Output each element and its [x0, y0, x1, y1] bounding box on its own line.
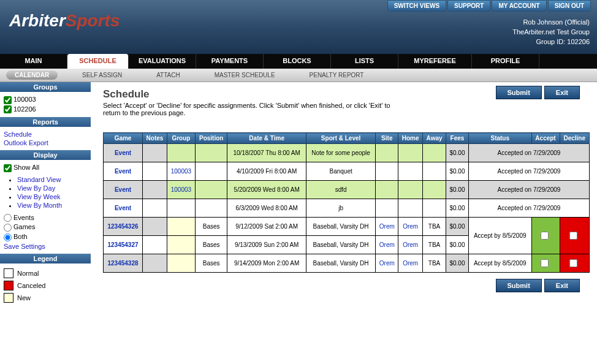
col-datetime[interactable]: Date & Time: [227, 133, 306, 144]
home-cell: [398, 181, 423, 199]
position-cell: [195, 144, 227, 162]
group-link[interactable]: 100003: [171, 186, 191, 193]
nav-myreferee[interactable]: MYREFEREE: [398, 54, 472, 69]
home-link[interactable]: Orem: [403, 241, 418, 248]
group-100003-input[interactable]: [4, 96, 12, 104]
radio-both[interactable]: Both: [4, 233, 87, 241]
away-cell: TBA: [423, 218, 446, 236]
accept-checkbox[interactable]: [541, 259, 549, 267]
view-week-link[interactable]: View By Week: [17, 193, 87, 200]
subnav-selfassign[interactable]: SELF ASSIGN: [65, 72, 139, 78]
subnav-master[interactable]: MASTER SCHEDULE: [197, 72, 292, 78]
accept-cell[interactable]: [531, 218, 560, 254]
col-notes[interactable]: Notes: [143, 133, 167, 144]
site-link[interactable]: Orem: [379, 260, 395, 267]
save-settings-link[interactable]: Save Settings: [4, 243, 87, 250]
logo: ArbiterSports: [9, 11, 120, 31]
decline-cell[interactable]: [560, 218, 589, 254]
col-group[interactable]: Group: [167, 133, 195, 144]
logo-part2: Sports: [66, 11, 120, 30]
subnav-calendar[interactable]: CALENDAR: [6, 70, 58, 80]
nav-main[interactable]: MAIN: [0, 54, 67, 69]
legend-normal: Normal: [4, 268, 87, 278]
report-outlook-link[interactable]: Outlook Export: [4, 139, 87, 146]
group-cell: [167, 144, 195, 162]
away-cell: TBA: [423, 254, 446, 273]
notes-cell: [143, 254, 167, 273]
view-day-link[interactable]: View By Day: [17, 184, 87, 192]
sign-out-link[interactable]: SIGN OUT: [548, 0, 591, 12]
game-link[interactable]: 123454326: [108, 223, 139, 230]
legend-canceled: Canceled: [4, 281, 87, 290]
group-checkbox-100003[interactable]: 100003: [4, 96, 87, 104]
position-cell: Bases: [195, 254, 227, 273]
group-cell: 100003: [167, 162, 195, 181]
show-all-input[interactable]: [4, 164, 12, 172]
status-cell: Accept by 8/5/2009: [468, 218, 531, 254]
decline-cell[interactable]: [560, 254, 589, 273]
submit-button-top[interactable]: Submit: [496, 86, 542, 99]
game-link[interactable]: Event: [115, 168, 131, 175]
radio-games[interactable]: Games: [4, 223, 87, 232]
show-all-checkbox[interactable]: Show All: [4, 164, 87, 172]
game-link[interactable]: Event: [115, 205, 131, 211]
col-home[interactable]: Home: [398, 133, 423, 144]
nav-payments[interactable]: PAYMENTS: [196, 54, 264, 69]
home-link[interactable]: Orem: [403, 223, 418, 230]
decline-checkbox[interactable]: [569, 259, 577, 267]
fees-cell: $0.00: [446, 236, 469, 254]
view-standard-link[interactable]: Standard View: [17, 176, 87, 183]
schedule-table: Game Notes Group Position Date & Time Sp…: [103, 132, 590, 273]
nav-schedule[interactable]: SCHEDULE: [67, 54, 129, 69]
game-link[interactable]: Event: [115, 186, 131, 193]
notes-cell: [143, 181, 167, 199]
home-link[interactable]: Orem: [403, 260, 418, 267]
site-link[interactable]: Orem: [379, 241, 395, 248]
accept-checkbox[interactable]: [541, 232, 549, 240]
my-account-link[interactable]: MY ACCOUNT: [492, 0, 546, 12]
radio-both-input[interactable]: [4, 233, 12, 241]
nav-blocks[interactable]: BLOCKS: [264, 54, 331, 69]
submit-button-bottom[interactable]: Submit: [496, 279, 542, 292]
col-status[interactable]: Status: [468, 133, 531, 144]
group-102206-input[interactable]: [4, 105, 12, 113]
radio-events-input[interactable]: [4, 214, 12, 222]
col-decline[interactable]: Decline: [560, 133, 589, 144]
view-month-link[interactable]: View By Month: [17, 202, 87, 209]
exit-button-bottom[interactable]: Exit: [544, 279, 580, 292]
support-link[interactable]: SUPPORT: [447, 0, 490, 12]
table-row: Event 10/18/2007 Thu 8:00 AM Note for so…: [104, 144, 590, 162]
radio-games-input[interactable]: [4, 224, 12, 232]
sportlevel-cell: Banquet: [306, 162, 375, 181]
nav-profile[interactable]: PROFILE: [472, 54, 539, 69]
decline-checkbox[interactable]: [569, 232, 577, 240]
game-link[interactable]: Event: [115, 150, 131, 156]
game-link[interactable]: 123454327: [108, 241, 139, 248]
switch-views-link[interactable]: SWITCH VIEWS: [387, 0, 446, 12]
col-away[interactable]: Away: [423, 133, 446, 144]
col-position[interactable]: Position: [195, 133, 227, 144]
exit-button-top[interactable]: Exit: [544, 86, 580, 99]
nav-lists[interactable]: LISTS: [331, 54, 398, 69]
group-link[interactable]: 100003: [171, 168, 191, 175]
col-accept[interactable]: Accept: [531, 133, 560, 144]
fees-cell: $0.00: [446, 181, 469, 199]
sportlevel-cell: Baseball, Varsity DH: [306, 254, 375, 273]
radio-events[interactable]: Events: [4, 214, 87, 222]
position-cell: [195, 162, 227, 181]
col-sportlevel[interactable]: Sport & Level: [306, 133, 375, 144]
nav-evaluations[interactable]: EVALUATIONS: [129, 54, 196, 69]
col-fees[interactable]: Fees: [446, 133, 469, 144]
subnav-attach[interactable]: ATTACH: [139, 72, 197, 78]
report-schedule-link[interactable]: Schedule: [4, 131, 87, 138]
game-link[interactable]: 123454328: [108, 260, 139, 267]
site-link[interactable]: Orem: [379, 223, 395, 230]
subnav-penalty[interactable]: PENALTY REPORT: [292, 72, 381, 78]
legend-new-label: New: [17, 294, 31, 301]
col-game[interactable]: Game: [104, 133, 143, 144]
group-checkbox-102206[interactable]: 102206: [4, 105, 87, 114]
groups-header: Groups: [0, 82, 91, 92]
accept-cell[interactable]: [531, 254, 560, 273]
position-cell: Bases: [195, 218, 227, 236]
col-site[interactable]: Site: [376, 133, 398, 144]
